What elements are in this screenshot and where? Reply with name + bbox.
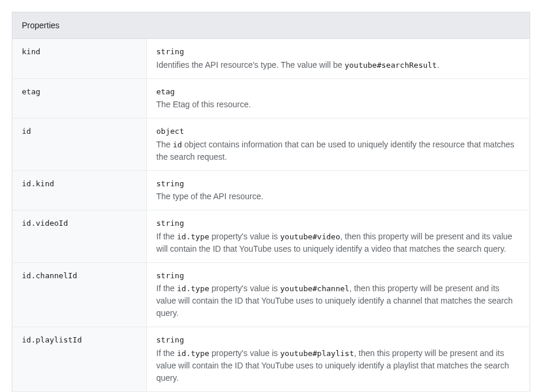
property-name: etag [12,78,147,118]
property-description-cell: stringIdentifies the API resource's type… [147,39,530,79]
properties-body: kindstringIdentifies the API resource's … [12,39,530,393]
property-type: string [156,270,520,282]
inline-code: id.type [177,284,209,293]
property-description: The Etag of this resource. [156,100,251,109]
property-row: etagetagThe Etag of this resource. [12,78,530,118]
property-description-cell: stringIf the id.type property's value is… [147,327,530,392]
property-row: id.kindstringThe type of the API resourc… [12,170,530,210]
property-name: id.playlistId [12,327,147,392]
inline-code: youtube#playlist [280,349,354,358]
property-type: etag [156,86,520,98]
properties-header: Properties [12,12,530,39]
property-description-cell: stringThe type of the API resource. [147,170,530,210]
inline-code: id [173,140,182,149]
property-description-cell: objectThe id object contains information… [147,118,530,171]
property-name: id.videoId [12,210,147,263]
property-type: object [156,126,520,137]
property-row: id.channelIdstringIf the id.type propert… [12,262,530,327]
property-row: kindstringIdentifies the API resource's … [12,39,530,79]
property-type: string [156,178,520,190]
properties-table: Properties kindstringIdentifies the API … [12,12,530,392]
property-description-cell: stringIf the id.type property's value is… [147,210,530,263]
property-name: kind [12,39,147,79]
property-description: If the id.type property's value is youtu… [156,348,509,383]
property-description-cell: etagThe Etag of this resource. [147,78,530,118]
property-description: Identifies the API resource's type. The … [156,60,439,70]
property-description: The type of the API resource. [156,192,263,201]
property-type: string [156,46,520,58]
property-description: The id object contains information that … [156,140,514,162]
property-row: id.videoIdstringIf the id.type property'… [12,210,530,263]
property-description: If the id.type property's value is youtu… [156,284,513,318]
inline-code: id.type [177,232,209,241]
property-row: id.playlistIdstringIf the id.type proper… [12,327,530,392]
inline-code: id.type [177,349,209,358]
property-type: string [156,334,520,346]
property-name: id.kind [12,170,147,210]
property-description: If the id.type property's value is youtu… [156,232,513,253]
property-row: idobjectThe id object contains informati… [12,118,530,171]
property-name: id [12,118,147,171]
property-description-cell: stringIf the id.type property's value is… [147,262,530,327]
inline-code: youtube#searchResult [344,61,437,70]
property-type: string [156,218,520,229]
inline-code: youtube#video [280,232,340,241]
inline-code: youtube#channel [280,284,349,293]
property-name: id.channelId [12,262,147,327]
